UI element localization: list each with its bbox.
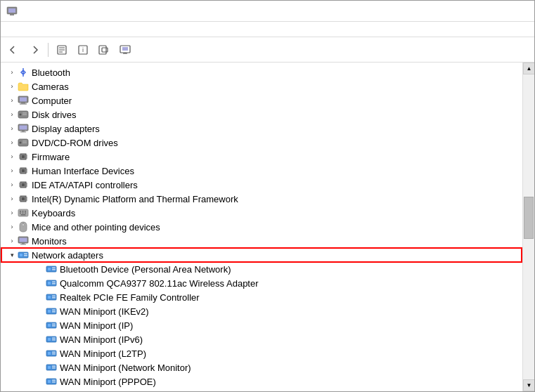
item-label-keyboards: Keyboards xyxy=(32,208,75,218)
svg-rect-16 xyxy=(20,98,27,102)
bluetooth-icon xyxy=(18,67,29,78)
svg-rect-83 xyxy=(52,268,56,269)
toolbar-help-button[interactable] xyxy=(115,40,135,60)
scrollbar[interactable]: ▲ ▼ xyxy=(522,63,534,391)
chip-icon xyxy=(18,193,29,204)
scrollbar-track[interactable] xyxy=(523,74,534,379)
tree-item-wan-ipv6[interactable]: WAN Miniport (IPv6) xyxy=(1,332,522,346)
menu-view[interactable] xyxy=(26,28,37,31)
tree-item-realtek[interactable]: Realtek PCIe FE Family Controller xyxy=(1,290,522,304)
maximize-button[interactable] xyxy=(485,4,506,18)
toolbar-scan-button[interactable] xyxy=(94,40,114,60)
menu-file[interactable] xyxy=(4,28,15,31)
toolbar-update-button[interactable]: i xyxy=(73,40,93,60)
svg-rect-98 xyxy=(48,324,51,327)
expand-arrow-firmware: › xyxy=(6,151,18,162)
svg-rect-100 xyxy=(52,325,56,327)
svg-rect-65 xyxy=(22,211,24,212)
toolbar-forward-button[interactable] xyxy=(25,40,44,60)
chip-icon xyxy=(18,179,29,190)
expand-arrow-dvd-cdrom: › xyxy=(6,137,18,148)
forward-icon xyxy=(30,45,39,55)
tree-item-qualcomm[interactable]: Qualcomm QCA9377 802.11ac Wireless Adapt… xyxy=(1,276,522,290)
net-adapter-icon xyxy=(46,334,57,345)
tree-item-display-adapters[interactable]: ›Display adapters xyxy=(1,122,522,136)
expand-arrow-wan-l2tp xyxy=(34,348,46,359)
item-label-bluetooth-pan: Bluetooth Device (Personal Area Network) xyxy=(60,264,231,275)
svg-rect-66 xyxy=(25,211,26,212)
expand-arrow-wan-ipv6 xyxy=(34,334,46,345)
tree-item-wan-ikev2[interactable]: WAN Miniport (IKEv2) xyxy=(1,304,522,318)
tree-item-keyboards[interactable]: ›Keyboards xyxy=(1,206,522,220)
tree-item-dvd-cdrom[interactable]: ›DVD/CD-ROM drives xyxy=(1,136,522,150)
minimize-button[interactable] xyxy=(463,4,484,18)
svg-rect-90 xyxy=(48,296,51,299)
expand-arrow-monitors: › xyxy=(6,235,18,247)
svg-rect-68 xyxy=(22,213,24,214)
svg-rect-76 xyxy=(20,244,26,245)
svg-rect-106 xyxy=(48,352,51,355)
tree-item-disk-drives[interactable]: ›Disk drives xyxy=(1,107,522,122)
menu-help[interactable] xyxy=(37,28,49,31)
scroll-down-button[interactable]: ▼ xyxy=(523,379,534,391)
tree-item-bluetooth[interactable]: ›Bluetooth xyxy=(1,65,522,79)
svg-rect-95 xyxy=(52,310,56,311)
tree-item-intel-thermal[interactable]: ›Intel(R) Dynamic Platform and Thermal F… xyxy=(1,192,522,206)
expand-arrow-mice: › xyxy=(6,221,18,233)
disk-icon xyxy=(18,109,29,120)
net-adapter-icon xyxy=(46,306,57,317)
svg-rect-79 xyxy=(24,254,27,255)
item-label-qualcomm: Qualcomm QCA9377 802.11ac Wireless Adapt… xyxy=(60,278,259,289)
expand-arrow-wan-pptp xyxy=(34,390,46,391)
expand-arrow-wan-ikev2 xyxy=(34,306,46,317)
tree-item-firmware[interactable]: ›Firmware xyxy=(1,150,522,164)
tree-item-wan-ip[interactable]: WAN Miniport (IP) xyxy=(1,318,522,332)
svg-rect-24 xyxy=(20,126,27,130)
net-adapter-icon xyxy=(46,292,57,303)
tree-item-wan-pppoe[interactable]: WAN Miniport (PPPOE) xyxy=(1,374,522,388)
scroll-up-button[interactable]: ▲ xyxy=(523,63,534,74)
tree-item-wan-network-monitor[interactable]: WAN Miniport (Network Monitor) xyxy=(1,360,522,374)
scrollbar-thumb[interactable] xyxy=(524,197,534,239)
net-adapter-icon xyxy=(46,390,57,391)
menu-action[interactable] xyxy=(15,28,26,31)
item-label-computer: Computer xyxy=(32,96,72,106)
svg-rect-40 xyxy=(22,169,25,172)
device-tree[interactable]: ›Bluetooth›Cameras›Computer›Disk drives›… xyxy=(1,63,522,391)
toolbar-properties-button[interactable] xyxy=(52,40,72,60)
tree-item-ide[interactable]: ›IDE ATA/ATAPI controllers xyxy=(1,178,522,192)
net-adapter-icon xyxy=(46,263,57,275)
item-label-display-adapters: Display adapters xyxy=(32,124,100,134)
tree-item-wan-pptp[interactable]: WAN Miniport (PPTP) xyxy=(1,388,522,391)
item-label-wan-ipv6: WAN Miniport (IPv6) xyxy=(60,334,143,345)
svg-rect-86 xyxy=(48,282,51,285)
svg-rect-29 xyxy=(22,141,27,142)
tree-item-monitors[interactable]: ›Monitors xyxy=(1,234,522,248)
chip-icon xyxy=(18,165,29,176)
tree-item-hid[interactable]: ›Human Interface Devices xyxy=(1,164,522,178)
item-label-wan-ip: WAN Miniport (IP) xyxy=(60,320,133,331)
item-label-network-adapters: Network adapters xyxy=(32,250,103,261)
expand-arrow-wan-ip xyxy=(34,320,46,331)
svg-rect-104 xyxy=(52,339,56,341)
svg-rect-69 xyxy=(25,213,26,214)
tree-item-network-adapters[interactable]: ▾Network adapters xyxy=(1,248,522,262)
tree-item-wan-l2tp[interactable]: WAN Miniport (L2TP) xyxy=(1,346,522,360)
svg-text:i: i xyxy=(82,46,84,53)
svg-rect-56 xyxy=(22,197,25,200)
tree-item-mice[interactable]: ›Mice and other pointing devices xyxy=(1,220,522,234)
tree-item-cameras[interactable]: ›Cameras xyxy=(1,79,522,93)
close-button[interactable] xyxy=(508,4,529,18)
toolbar-back-button[interactable] xyxy=(4,40,23,60)
tree-item-computer[interactable]: ›Computer xyxy=(1,93,522,107)
expand-arrow-bluetooth: › xyxy=(6,67,18,78)
svg-rect-91 xyxy=(52,296,56,297)
svg-rect-78 xyxy=(20,254,22,256)
svg-rect-87 xyxy=(52,282,56,283)
disk-icon xyxy=(18,137,29,148)
scan-icon xyxy=(98,44,110,55)
expand-arrow-wan-network-monitor xyxy=(34,362,46,373)
tree-item-bluetooth-pan[interactable]: Bluetooth Device (Personal Area Network) xyxy=(1,262,522,276)
item-label-ide: IDE ATA/ATAPI controllers xyxy=(32,180,138,190)
svg-rect-17 xyxy=(21,103,25,104)
